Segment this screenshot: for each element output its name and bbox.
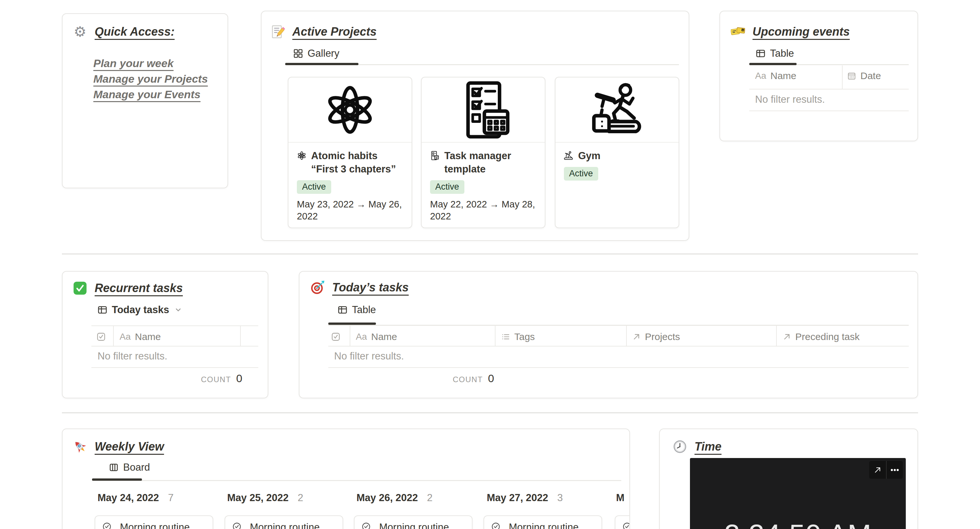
column-header-name[interactable]: Aa Name [119, 327, 161, 347]
board-icon [109, 462, 119, 472]
quick-access-title: Quick Access: [95, 25, 175, 38]
project-card-task-manager[interactable]: Task manager template Active May 22, 202… [421, 77, 546, 228]
clock-cup-icon [491, 522, 503, 529]
tab-board-label: Board [123, 462, 150, 473]
more-options-button[interactable] [886, 461, 903, 479]
column-separator[interactable] [495, 325, 495, 346]
tab-bar-border [92, 480, 621, 481]
view-selector-label: Today tasks [112, 304, 169, 316]
column-header-checkbox[interactable] [96, 327, 106, 347]
tab-active-underline [285, 63, 358, 65]
board-card-title: Morning routine [509, 521, 579, 529]
table-icon [97, 305, 107, 315]
column-header-preceding-task[interactable]: Preceding task [783, 327, 859, 347]
column-header-checkbox[interactable] [331, 327, 340, 347]
link-plan-your-week[interactable]: Plan your week [93, 57, 174, 70]
status-badge: Active [564, 167, 598, 180]
board-card-title: Morning routine [379, 521, 449, 529]
weekly-view-title: Weekly View [95, 440, 164, 454]
table-row-border [328, 367, 909, 368]
more-options-icon [890, 468, 899, 472]
column-header-date[interactable]: Date [847, 66, 881, 86]
atom-icon [297, 151, 307, 176]
table-row-border [91, 346, 258, 346]
board-column-header[interactable]: May 26, 20222 [356, 492, 433, 504]
project-card-gym[interactable]: Gym Active [555, 77, 679, 228]
board-card-title: Morning routine [120, 521, 189, 529]
dart-target-icon [310, 280, 325, 295]
view-selector-today-tasks[interactable]: Today tasks [97, 304, 181, 316]
open-in-new-button[interactable] [869, 461, 886, 479]
table-row-border [328, 346, 909, 346]
column-header-projects[interactable]: Projects [632, 327, 680, 347]
column-header-name[interactable]: Aa Name [755, 66, 796, 86]
column-header-tags[interactable]: Tags [501, 327, 535, 347]
treadmill-runner-line-art [555, 78, 679, 143]
chevron-down-icon [175, 308, 181, 312]
tab-board[interactable]: Board [109, 462, 150, 473]
recurrent-tasks-title: Recurrent tasks [95, 281, 183, 295]
empty-results-text: No filter results. [334, 351, 404, 362]
link-manage-your-events[interactable]: Manage your Events [93, 88, 200, 101]
check-mark-icon [73, 281, 88, 296]
project-card-title: Atomic habits “First 3 chapters” [311, 149, 403, 176]
time-title: Time [695, 440, 721, 454]
column-header-name[interactable]: Aa Name [356, 327, 397, 347]
board-card-title: Morning routine [250, 521, 320, 529]
status-badge: Active [430, 180, 465, 194]
board-column-header[interactable]: May 25, 20222 [227, 492, 303, 504]
tab-active-underline [328, 322, 376, 325]
tab-table-events[interactable]: Table [756, 48, 794, 59]
weekly-view-card: Weekly View Board May 24, 20227 May 25, … [62, 429, 630, 529]
board-column-header[interactable]: May 27, 20223 [487, 492, 563, 504]
column-separator[interactable] [842, 65, 843, 89]
svg-text:A: A [742, 29, 744, 31]
tab-gallery[interactable]: Gallery [293, 48, 339, 59]
text-property-icon: Aa [119, 331, 130, 342]
table-icon [756, 49, 765, 58]
board-card-morning-routine[interactable]: Morning routine [224, 515, 343, 529]
count-summary[interactable]: COUNT 0 [201, 372, 242, 385]
table-icon [338, 305, 347, 315]
active-projects-title: Active Projects [292, 25, 377, 38]
relation-arrow-icon [632, 333, 641, 341]
upcoming-events-title: Upcoming events [752, 25, 850, 38]
clock-icon [673, 439, 687, 454]
column-separator[interactable] [240, 325, 241, 346]
column-separator[interactable] [776, 325, 777, 346]
project-card-title: Task manager template [444, 149, 536, 176]
active-projects-card: Active Projects Gallery [261, 11, 689, 241]
column-separator[interactable] [350, 325, 350, 346]
column-separator[interactable] [113, 325, 114, 346]
board-card-morning-routine[interactable]: Morning routine [354, 515, 473, 529]
table-row-border [749, 110, 909, 111]
tickets-icon: A [730, 24, 745, 39]
tab-active-underline [749, 63, 797, 65]
empty-results-text: No filter results. [755, 94, 825, 105]
project-date-range: May 22, 2022 → May 28, 2022 [430, 198, 536, 222]
treadmill-icon [564, 151, 574, 163]
project-card-atomic-habits[interactable]: Atomic habits “First 3 chapters” Active … [288, 77, 412, 228]
board-column-header[interactable]: M [616, 492, 630, 504]
open-in-new-icon [873, 466, 882, 474]
status-badge: Active [297, 180, 331, 194]
text-property-icon: Aa [755, 71, 766, 81]
board-card-clipped[interactable] [615, 515, 630, 529]
table-row-border [91, 367, 258, 368]
link-manage-your-projects[interactable]: Manage your Projects [93, 73, 208, 85]
atom-line-art [288, 78, 412, 143]
column-separator[interactable] [626, 325, 627, 346]
checklist-calendar-line-art [422, 78, 545, 143]
divider [62, 412, 918, 413]
board-card-morning-routine[interactable]: Morning routine [484, 515, 602, 529]
tab-table-tasks[interactable]: Table [338, 304, 376, 316]
count-summary[interactable]: COUNT 0 [453, 372, 494, 385]
tab-table-label: Table [770, 48, 794, 59]
board-column-header[interactable]: May 24, 20227 [97, 492, 174, 504]
board-card-morning-routine[interactable]: Morning routine [95, 515, 213, 529]
task-manager-icon [430, 151, 440, 176]
empty-results-text: No filter results. [97, 351, 167, 362]
clock-embed[interactable]: 2:24:50 AM [690, 458, 906, 529]
table-row-border [749, 89, 909, 89]
project-card-title: Gym [578, 149, 600, 163]
